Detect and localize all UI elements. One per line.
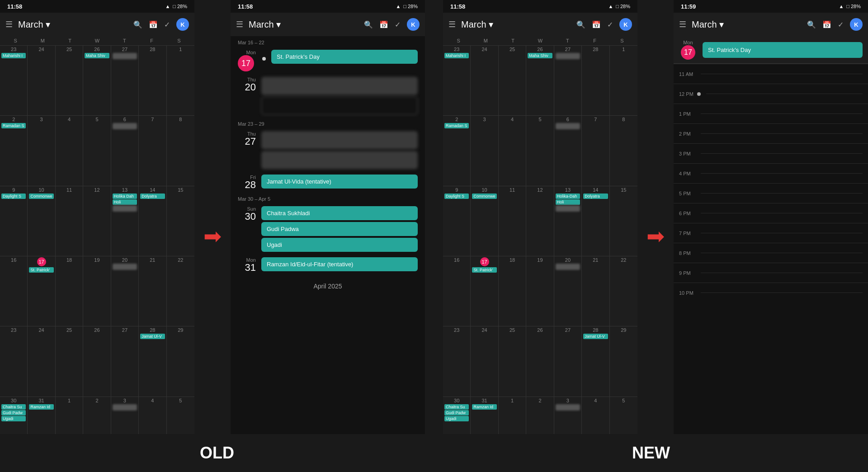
cal-cell[interactable]: 23 [0,326,28,396]
cal-cell[interactable]: 11 [499,186,526,256]
cal-cell[interactable]: 4 [56,116,83,185]
search-icon-2[interactable]: 🔍 [364,20,373,29]
cal-cell[interactable]: 25 [499,326,526,396]
header-title-4[interactable]: March ▾ [692,19,802,30]
cal-cell[interactable]: 8 [610,116,637,185]
cal-cell[interactable]: 26Maha Shiv [526,46,554,115]
agenda-event-bar[interactable]: Gudi Padwa [261,222,418,236]
header-title-1[interactable]: March ▾ [18,19,128,30]
cal-cell[interactable]: 3 [471,116,498,185]
cal-cell[interactable]: 6 [111,116,139,185]
cal-cell[interactable]: 2Ramadan S [443,116,471,185]
cal-cell[interactable]: 16 [443,256,471,326]
cal-cell[interactable]: 23Maharishi I [0,46,28,115]
agenda-event-bar[interactable]: Chaitra Sukhladi [261,206,418,220]
menu-icon-4[interactable]: ☰ [679,19,686,29]
cal-cell[interactable]: 5 [526,116,554,185]
cal-cell[interactable]: 20 [554,256,582,326]
check-icon-2[interactable]: ✓ [395,20,401,29]
cal-cell[interactable]: 17St. Patrick' [471,256,498,326]
header-title-2[interactable]: March ▾ [249,19,359,30]
cal-cell[interactable]: 11 [56,186,83,256]
cal-cell[interactable]: 13Holika DahHoli [111,186,139,256]
cal-cell[interactable]: 28Jamat Ul-V [582,326,609,396]
cal-cell[interactable]: 28Jamat Ul-V [139,326,166,396]
search-icon-3[interactable]: 🔍 [576,20,585,29]
calendar-icon-4[interactable]: 📅 [822,20,831,29]
cal-cell[interactable]: 4 [499,116,526,185]
cal-cell[interactable]: 12 [526,186,554,256]
search-icon-4[interactable]: 🔍 [807,20,816,29]
calendar-icon-2[interactable]: 📅 [379,20,388,29]
cal-cell[interactable]: 27 [111,46,139,115]
cal-cell[interactable]: 15 [167,186,194,256]
cal-cell[interactable]: 23Maharishi I [443,46,471,115]
cal-cell[interactable]: 8 [167,116,194,185]
cal-cell[interactable]: 5 [83,116,111,185]
cal-cell[interactable]: 15 [610,186,637,256]
cal-cell[interactable]: 19 [526,256,554,326]
agenda-event-bar[interactable]: St. Patrick's Day [271,50,418,64]
cal-cell[interactable]: 24 [28,326,55,396]
cal-cell[interactable]: 16 [0,256,28,326]
cal-cell[interactable]: 21 [582,256,609,326]
agenda-event-bar-blurred[interactable] [261,131,418,149]
cal-cell[interactable]: 27 [111,326,139,396]
cal-cell[interactable]: 13Holika-DahHoli [554,186,582,256]
cal-cell[interactable]: 9Daylight S [0,186,28,256]
search-icon-1[interactable]: 🔍 [133,20,142,29]
avatar-2[interactable]: K [407,18,420,31]
cal-cell[interactable]: 28 [139,46,166,115]
check-icon-3[interactable]: ✓ [607,20,613,29]
cal-cell[interactable]: 6 [554,116,582,185]
agenda-event-bar[interactable]: Ramzan Id/Eid-ul-Fitar (tentative) [261,257,418,271]
cal-cell[interactable]: 1 [167,46,194,115]
agenda-event-bar[interactable]: Ugadi [261,238,418,252]
cal-cell[interactable]: 24 [28,46,55,115]
cal-cell[interactable]: 25 [56,46,83,115]
cal-cell[interactable]: 27 [554,46,582,115]
agenda-event-bar[interactable]: Jamat Ul-Vida (tentative) [261,175,418,189]
day-view[interactable]: 11 AM 12 PM 1 PM 2 PM 3 PM 4 PM [674,64,868,467]
agenda-event-bar-blurred2[interactable] [261,151,418,169]
cal-cell[interactable]: 24 [471,46,498,115]
cal-cell[interactable]: 29 [167,326,194,396]
cal-cell[interactable]: 12 [83,186,111,256]
cal-cell[interactable]: 22 [167,256,194,326]
day-header-event[interactable]: St. Patrick's Day [703,42,863,58]
cal-cell[interactable]: 14Dolyatra [139,186,166,256]
cal-cell[interactable]: 26 [526,326,554,396]
cal-cell[interactable]: 1 [610,46,637,115]
cal-cell[interactable]: 7 [139,116,166,185]
cal-cell[interactable]: 18 [499,256,526,326]
header-title-3[interactable]: March ▾ [461,19,571,30]
cal-cell[interactable]: 28 [582,46,609,115]
cal-cell[interactable]: 14Dolyatra [582,186,609,256]
check-icon-4[interactable]: ✓ [838,20,844,29]
cal-cell[interactable]: 18 [56,256,83,326]
cal-cell[interactable]: 25 [56,326,83,396]
cal-cell[interactable]: 20 [111,256,139,326]
menu-icon-2[interactable]: ☰ [236,19,243,29]
cal-cell[interactable]: 22 [610,256,637,326]
cal-cell[interactable]: 9Daylight S [443,186,471,256]
cal-cell[interactable]: 24 [471,326,498,396]
check-icon-1[interactable]: ✓ [164,20,170,29]
agenda-event-bar-outlined[interactable] [261,97,418,115]
cal-cell[interactable]: 17St. Patrick' [28,256,55,326]
avatar-3[interactable]: K [619,18,632,31]
avatar-1[interactable]: K [176,18,189,31]
cal-cell[interactable]: 25 [499,46,526,115]
agenda-event-bar-blurred[interactable] [261,77,418,95]
cal-cell[interactable]: 7 [582,116,609,185]
cal-cell[interactable]: 23 [443,326,471,396]
calendar-icon-1[interactable]: 📅 [149,20,158,29]
cal-cell[interactable]: 26Maha Shiv [83,46,111,115]
calendar-icon-3[interactable]: 📅 [592,20,601,29]
menu-icon-1[interactable]: ☰ [5,19,13,29]
avatar-4[interactable]: K [850,18,863,31]
cal-cell[interactable]: 2Ramadan S [0,116,28,185]
menu-icon-3[interactable]: ☰ [448,19,456,29]
cal-cell[interactable]: 29 [610,326,637,396]
cal-cell[interactable]: 21 [139,256,166,326]
